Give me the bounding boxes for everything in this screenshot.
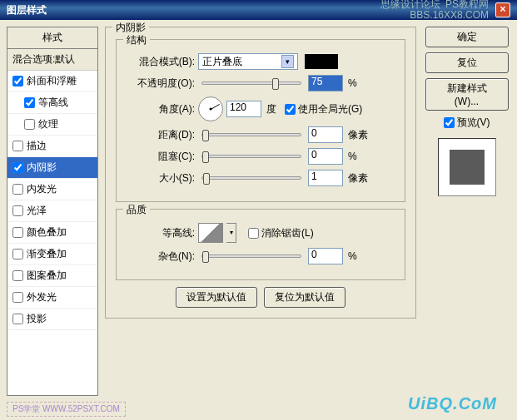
style-label: 纹理: [38, 117, 58, 131]
chevron-down-icon[interactable]: ▾: [226, 223, 236, 243]
blend-mode-dropdown[interactable]: 正片叠底 ▾: [198, 53, 298, 70]
size-slider[interactable]: [201, 176, 301, 180]
style-label: 等高线: [38, 96, 68, 110]
chevron-down-icon[interactable]: ▾: [281, 55, 294, 68]
blend-mode-value: 正片叠底: [202, 55, 242, 69]
style-item-8[interactable]: 渐变叠加: [7, 244, 97, 265]
style-checkbox[interactable]: [12, 205, 23, 216]
style-item-6[interactable]: 光泽: [7, 200, 97, 222]
style-item-4[interactable]: 内阴影: [7, 157, 97, 179]
styles-list: 样式 混合选项:默认 斜面和浮雕等高线纹理描边内阴影内发光光泽颜色叠加渐变叠加图…: [7, 27, 98, 396]
choke-input[interactable]: 0: [308, 148, 343, 165]
noise-input[interactable]: 0: [308, 248, 343, 264]
contour-picker[interactable]: [198, 223, 223, 243]
noise-slider[interactable]: [201, 254, 301, 258]
style-checkbox[interactable]: [12, 184, 23, 195]
watermark: 思缘设计论坛 PS教程网 BBS.16XX8.COM: [380, 0, 489, 21]
titlebar: 图层样式 思缘设计论坛 PS教程网 BBS.16XX8.COM ×: [0, 0, 517, 20]
angle-unit: 度: [266, 102, 276, 116]
opacity-input[interactable]: 75: [308, 75, 343, 91]
style-label: 斜面和浮雕: [27, 74, 77, 88]
shadow-color-swatch[interactable]: [305, 54, 338, 69]
style-checkbox[interactable]: [12, 249, 23, 259]
blend-mode-label: 混合模式(B):: [127, 55, 195, 69]
style-label: 光泽: [27, 204, 47, 218]
style-label: 渐变叠加: [27, 247, 67, 261]
blend-defaults[interactable]: 混合选项:默认: [7, 49, 97, 71]
opacity-slider[interactable]: [201, 82, 301, 85]
style-item-5[interactable]: 内发光: [7, 179, 97, 200]
cancel-button[interactable]: 复位: [425, 52, 509, 73]
opacity-unit: %: [348, 77, 357, 89]
distance-input[interactable]: 0: [308, 126, 343, 143]
choke-slider[interactable]: [201, 155, 301, 158]
style-label: 图案叠加: [27, 269, 67, 283]
style-item-10[interactable]: 外发光: [7, 287, 97, 309]
dialog-buttons: 确定 复位 新建样式(W)... 预览(V): [423, 27, 510, 396]
reset-default-button[interactable]: 复位为默认值: [264, 287, 345, 308]
style-label: 描边: [27, 139, 47, 153]
style-checkbox[interactable]: [12, 141, 23, 151]
style-checkbox[interactable]: [12, 76, 23, 86]
watermark-ps: PS学堂 WWW.52PSXT.COM: [7, 402, 126, 417]
quality-title: 品质: [123, 203, 150, 217]
contour-label: 等高线:: [127, 226, 195, 240]
preview-box: [438, 138, 496, 196]
style-checkbox[interactable]: [12, 314, 23, 324]
style-checkbox[interactable]: [12, 270, 23, 281]
size-input[interactable]: 1: [308, 170, 343, 186]
inner-shadow-group: 内阴影 结构 混合模式(B): 正片叠底 ▾ 不透明度(O): 75 %: [105, 27, 416, 319]
noise-unit: %: [348, 250, 357, 262]
structure-title: 结构: [123, 33, 150, 47]
choke-unit: %: [348, 151, 357, 162]
style-checkbox[interactable]: [12, 162, 23, 173]
antialias-checkbox[interactable]: 消除锯齿(L): [248, 226, 314, 240]
angle-dial[interactable]: [198, 96, 223, 121]
style-checkbox[interactable]: [12, 292, 23, 303]
size-unit: 像素: [348, 171, 368, 185]
make-default-button[interactable]: 设置为默认值: [176, 287, 257, 308]
style-label: 内发光: [27, 182, 57, 196]
angle-input[interactable]: 120: [226, 101, 261, 117]
style-item-1[interactable]: 等高线: [7, 92, 97, 114]
style-item-9[interactable]: 图案叠加: [7, 265, 97, 287]
distance-label: 距离(D):: [127, 128, 195, 142]
style-label: 投影: [27, 312, 47, 326]
structure-group: 结构 混合模式(B): 正片叠底 ▾ 不透明度(O): 75 % 角: [116, 39, 405, 202]
style-label: 外发光: [27, 290, 57, 304]
new-style-button[interactable]: 新建样式(W)...: [425, 78, 509, 111]
distance-unit: 像素: [348, 128, 368, 142]
quality-group: 品质 等高线: ▾ 消除锯齿(L) 杂色(N): 0 %: [116, 209, 405, 280]
preview-checkbox[interactable]: 预览(V): [444, 116, 490, 130]
choke-label: 阻塞(C):: [127, 150, 195, 164]
settings-panel: 内阴影 结构 混合模式(B): 正片叠底 ▾ 不透明度(O): 75 %: [105, 27, 416, 396]
distance-slider[interactable]: [201, 133, 301, 136]
style-checkbox[interactable]: [12, 227, 23, 238]
styles-header: 样式: [7, 27, 97, 49]
window-title: 图层样式: [7, 3, 380, 17]
style-item-2[interactable]: 纹理: [7, 114, 97, 136]
style-item-3[interactable]: 描边: [7, 136, 97, 157]
global-light-checkbox[interactable]: 使用全局光(G): [285, 102, 362, 116]
ok-button[interactable]: 确定: [425, 27, 509, 47]
watermark-uibq: UiBQ.CoM: [408, 394, 497, 413]
angle-label: 角度(A):: [127, 102, 195, 116]
close-icon[interactable]: ×: [495, 2, 510, 17]
style-item-7[interactable]: 颜色叠加: [7, 222, 97, 244]
style-label: 颜色叠加: [27, 225, 67, 240]
style-item-11[interactable]: 投影: [7, 309, 97, 330]
style-label: 内阴影: [27, 161, 57, 175]
size-label: 大小(S):: [127, 171, 195, 185]
noise-label: 杂色(N):: [127, 250, 195, 264]
style-checkbox[interactable]: [24, 119, 35, 130]
preview-swatch: [450, 150, 485, 185]
style-checkbox[interactable]: [24, 97, 35, 108]
style-item-0[interactable]: 斜面和浮雕: [7, 71, 97, 92]
opacity-label: 不透明度(O):: [127, 77, 195, 91]
